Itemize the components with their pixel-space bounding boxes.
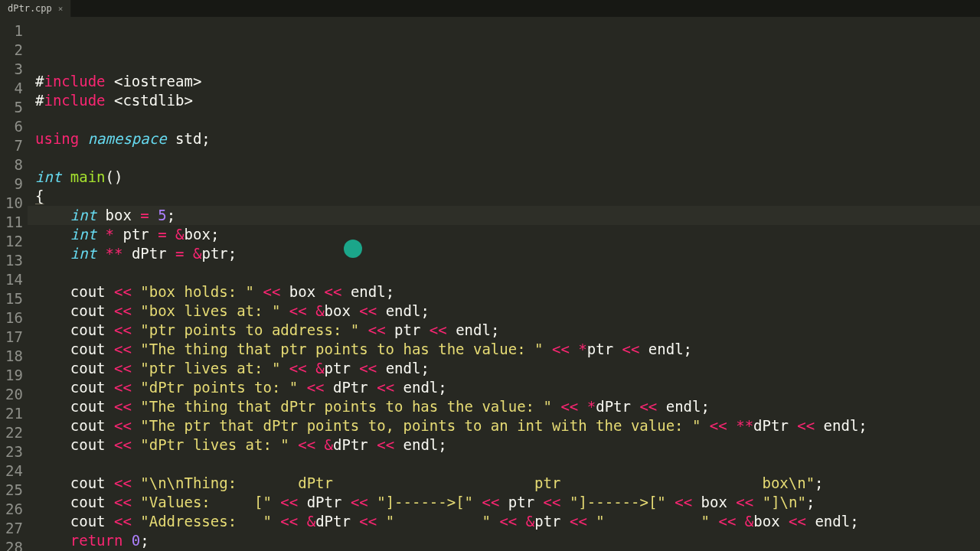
code-line[interactable]: int ** dPtr = &ptr;: [28, 244, 980, 263]
token: "box lives at: ": [140, 302, 280, 319]
tab-dptr[interactable]: dPtr.cpp ×: [0, 0, 71, 17]
token: &: [307, 513, 315, 530]
token: <<: [114, 360, 132, 377]
token: "]\n": [763, 494, 806, 510]
token: [132, 513, 140, 530]
token: int: [35, 168, 61, 185]
code-line[interactable]: cout << "ptr lives at: " << &ptr << endl…: [28, 359, 980, 378]
token: ptr: [499, 494, 543, 510]
token: <<: [114, 379, 132, 396]
token: {: [35, 187, 44, 204]
code-line[interactable]: [28, 263, 980, 282]
token: *: [587, 398, 596, 415]
token: box: [325, 302, 360, 319]
token: [272, 513, 280, 530]
code-line[interactable]: cout << "The thing that ptr points to ha…: [28, 340, 980, 359]
token: [377, 513, 385, 530]
code-line[interactable]: return 0;: [28, 531, 980, 550]
line-number: 1: [0, 21, 28, 41]
code-line[interactable]: cout << "The thing that dPtr points to h…: [28, 397, 980, 416]
close-icon[interactable]: ×: [58, 4, 64, 14]
token: [132, 474, 140, 491]
token: [132, 302, 140, 319]
token: <<: [114, 436, 132, 453]
code-line[interactable]: {: [28, 187, 980, 206]
token: [272, 494, 280, 510]
token: [298, 513, 306, 530]
line-number: 8: [0, 155, 28, 174]
code-line[interactable]: cout << "The ptr that dPtr points to, po…: [28, 416, 980, 435]
token: [736, 513, 744, 530]
token: &: [315, 302, 324, 319]
code-line[interactable]: cout << "dPtr lives at: " << &dPtr << en…: [28, 435, 980, 455]
token: [289, 436, 298, 453]
code-line[interactable]: [28, 148, 980, 168]
token: <<: [789, 513, 806, 530]
code-line[interactable]: cout << "dPtr points to: " << dPtr << en…: [28, 378, 980, 397]
code-line[interactable]: using namespace std;: [28, 129, 980, 148]
line-number: 7: [0, 136, 28, 155]
line-number: 12: [0, 232, 28, 251]
line-number: 2: [0, 41, 28, 60]
token: <<: [114, 341, 132, 357]
code-line[interactable]: int * ptr = &box;: [28, 225, 980, 244]
token: [79, 130, 87, 147]
token: include: [44, 73, 105, 90]
token: &: [315, 360, 324, 377]
token: [35, 226, 70, 243]
token: 5: [158, 207, 166, 223]
code-line[interactable]: cout << "box holds: " << box << endl;: [28, 282, 980, 302]
token: "The thing that ptr points to has the va…: [140, 341, 543, 357]
code-area[interactable]: #include <iostream>#include <cstdlib>usi…: [28, 17, 980, 551]
line-number: 23: [0, 442, 28, 461]
code-line[interactable]: #include <cstdlib>: [28, 91, 980, 110]
token: <<: [377, 379, 394, 396]
token: <<: [114, 321, 132, 338]
code-line[interactable]: cout << "ptr points to address: " << ptr…: [28, 321, 980, 340]
token: "Addresses: ": [140, 513, 272, 530]
token: dPtr: [325, 379, 377, 396]
token: <<: [114, 302, 132, 319]
token: [359, 321, 368, 338]
line-number: 20: [0, 385, 28, 404]
token: <<: [359, 302, 377, 319]
token: [149, 207, 158, 223]
token: "The thing that dPtr points to has the v…: [140, 398, 552, 415]
code-line[interactable]: int main(): [28, 168, 980, 187]
line-number: 6: [0, 117, 28, 136]
token: <<: [280, 494, 298, 510]
code-line[interactable]: cout << "Addresses: " << &dPtr << " " <<…: [28, 512, 980, 531]
token: "ptr points to address: ": [140, 321, 359, 338]
line-number: 24: [0, 461, 28, 481]
code-line[interactable]: #include <iostream>: [28, 72, 980, 91]
token: dPtr: [122, 245, 175, 262]
code-line[interactable]: cout << "box lives at: " << &box << endl…: [28, 302, 980, 321]
token: <<: [552, 341, 570, 357]
token: [280, 302, 289, 319]
token: [96, 245, 105, 262]
token: [132, 360, 140, 377]
token: ptr: [325, 360, 360, 377]
token: [132, 436, 140, 453]
token: <iostream>: [106, 73, 202, 90]
code-line[interactable]: cout << "Values: [" << dPtr << "]------>…: [28, 493, 980, 512]
line-number: 4: [0, 79, 28, 98]
line-number: 10: [0, 194, 28, 213]
token: "box holds: ": [140, 283, 254, 300]
token: dPtr: [315, 513, 359, 530]
token: "ptr lives at: ": [140, 360, 280, 377]
token: return: [70, 532, 123, 549]
code-line[interactable]: [28, 455, 980, 474]
token: <<: [797, 417, 815, 434]
code-line[interactable]: int box = 5;: [28, 206, 980, 225]
line-number: 5: [0, 98, 28, 117]
code-line[interactable]: [28, 110, 980, 129]
token: dPtr: [333, 436, 377, 453]
token: [753, 494, 762, 510]
token: " ": [386, 513, 491, 530]
token: <<: [351, 494, 368, 510]
gutter: 1234567891011121314151617181920212223242…: [0, 17, 28, 551]
code-line[interactable]: cout << "\n\nThing: dPtr ptr box\n";: [28, 474, 980, 493]
token: endl;: [447, 321, 500, 338]
token: "The ptr that dPtr points to, points to …: [140, 417, 701, 434]
